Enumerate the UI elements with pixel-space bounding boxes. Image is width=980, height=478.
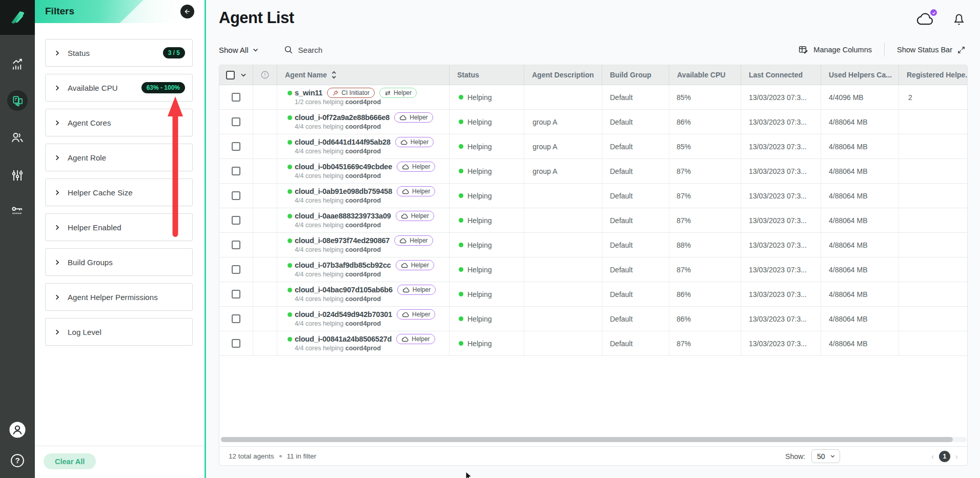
- table-row[interactable]: cloud_i-0d6441d144f95ab28Helper4/4 cores…: [219, 134, 967, 159]
- last-connected-cell: 13/03/2023 07:3...: [741, 184, 821, 208]
- used-helpers-cell-value: 4/4096 MB: [829, 93, 864, 102]
- prev-page-button[interactable]: ‹: [931, 452, 934, 460]
- column-header-agent-description[interactable]: Agent Description: [524, 65, 602, 85]
- column-header-build-group[interactable]: Build Group: [602, 65, 669, 85]
- horizontal-scrollbar[interactable]: [221, 437, 967, 442]
- sidebar-item-api-keys[interactable]: [10, 204, 25, 218]
- filter-item-build-groups[interactable]: Build Groups: [45, 248, 193, 276]
- table-row[interactable]: cloud_i-0ab91e098db759458Helper4/4 cores…: [219, 184, 967, 208]
- row-checkbox[interactable]: [232, 339, 240, 348]
- helper-badge: Helper: [396, 334, 435, 344]
- column-header-used-helpers-ca[interactable]: Used Helpers Ca...: [821, 65, 899, 85]
- select-menu-chevron[interactable]: [240, 71, 247, 78]
- last-connected-cell-value: 13/03/2023 07:3...: [749, 216, 807, 225]
- table-row[interactable]: cloud_i-0aae8883239733a09Helper4/4 cores…: [219, 208, 967, 233]
- last-connected-cell: 13/03/2023 07:3...: [741, 282, 821, 306]
- used-helpers-cell-value: 4/88064 MB: [829, 167, 868, 175]
- table-row[interactable]: cloud_i-024d549d942b70301Helper4/4 cores…: [219, 307, 967, 331]
- helper-badge: Helper: [394, 235, 433, 246]
- agent-name-line: cloud_i-0aae8883239733a09Helper: [288, 211, 434, 221]
- chevron-right-icon: [54, 154, 60, 161]
- agent-online-dot: [288, 165, 292, 169]
- manage-columns-button[interactable]: Manage Columns: [798, 45, 872, 55]
- table-row[interactable]: cloud_i-08e973f74ed290867Helper4/4 cores…: [219, 233, 967, 257]
- filter-item-agent-role[interactable]: Agent Role: [45, 144, 193, 171]
- filter-item-helper-cache-size[interactable]: Helper Cache Size: [45, 178, 193, 206]
- column-header-agent-name[interactable]: Agent Name: [277, 65, 450, 85]
- clear-all-button[interactable]: Clear All: [44, 453, 96, 469]
- last-connected-cell-value: 13/03/2023 07:3...: [749, 340, 807, 348]
- left-icon-rail: ?: [0, 0, 35, 478]
- agent-info: s_win11CI InitiatorHelper1/2 cores helpi…: [277, 88, 417, 107]
- cloud-status-button[interactable]: [915, 12, 935, 28]
- agent-list-app: ? Filters Status3 / 5Available CPU63% - …: [0, 0, 980, 478]
- column-header-last-connected[interactable]: Last Connected: [741, 65, 821, 85]
- collapse-filters-button[interactable]: [180, 5, 194, 18]
- page-size-select[interactable]: 50: [811, 449, 840, 463]
- app-logo[interactable]: [0, 0, 35, 35]
- sidebar-item-users[interactable]: [10, 130, 25, 145]
- row-checkbox[interactable]: [232, 167, 240, 175]
- filter-item-log-level[interactable]: Log Level: [45, 318, 193, 346]
- user-avatar[interactable]: [9, 421, 26, 439]
- available-cpu-cell: 86%: [669, 307, 741, 331]
- current-page-badge[interactable]: 1: [939, 451, 950, 462]
- row-checkbox[interactable]: [232, 117, 240, 126]
- row-checkbox[interactable]: [232, 290, 240, 298]
- helper-badge: Helper: [379, 88, 417, 98]
- description-cell: [524, 208, 602, 232]
- row-checkbox[interactable]: [232, 265, 240, 274]
- next-page-button[interactable]: ›: [955, 452, 958, 460]
- column-header-available-cpu[interactable]: Available CPU: [669, 65, 741, 85]
- sort-icon[interactable]: [331, 71, 337, 79]
- row-checkbox[interactable]: [232, 93, 240, 102]
- filter-item-helper-enabled[interactable]: Helper Enabled: [45, 213, 193, 241]
- show-all-dropdown[interactable]: Show All: [219, 46, 259, 54]
- registered-helpers-cell: [899, 331, 967, 355]
- row-checkbox[interactable]: [232, 241, 240, 249]
- header-select-cell: [219, 65, 253, 85]
- agent-name-cell: cloud_i-0f72a9a2e88b666e8Helper4/4 cores…: [277, 110, 450, 134]
- table-row[interactable]: cloud_i-0f72a9a2e88b666e8Helper4/4 cores…: [219, 110, 967, 134]
- table-row[interactable]: cloud_i-07b3af9db85cb92ccHelper4/4 cores…: [219, 257, 967, 282]
- table-row[interactable]: cloud_i-04bac907d105ab6b6Helper4/4 cores…: [219, 282, 967, 307]
- sidebar-item-agents[interactable]: [7, 90, 28, 111]
- cloud-icon: [400, 140, 408, 145]
- select-all-checkbox[interactable]: [226, 71, 235, 79]
- search-input[interactable]: Search: [283, 45, 323, 55]
- row-select-cell: [219, 159, 253, 183]
- table-row[interactable]: cloud_i-00841a24b8506527dHelper4/4 cores…: [219, 331, 967, 356]
- agent-info: cloud_i-024d549d942b70301Helper4/4 cores…: [277, 309, 435, 328]
- cloud-icon: [402, 189, 410, 194]
- description-cell: [524, 331, 602, 355]
- filter-item-available-cpu[interactable]: Available CPU63% - 100%: [45, 74, 193, 102]
- column-header-status[interactable]: Status: [450, 65, 524, 85]
- available-cpu-cell-value: 88%: [677, 241, 691, 249]
- notifications-button[interactable]: [952, 11, 966, 29]
- topbar-icons: [915, 11, 966, 29]
- row-checkbox[interactable]: [232, 142, 240, 151]
- header-alert-cell: [253, 65, 277, 85]
- help-button[interactable]: ?: [10, 453, 25, 468]
- scrollbar-thumb[interactable]: [221, 437, 953, 442]
- build-group-cell-value: Default: [610, 241, 632, 249]
- filter-item-status[interactable]: Status3 / 5: [45, 39, 193, 67]
- show-status-bar-button[interactable]: Show Status Bar: [897, 46, 966, 54]
- agent-info: cloud_i-00841a24b8506527dHelper4/4 cores…: [277, 334, 435, 353]
- agent-name-cell: cloud_i-024d549d942b70301Helper4/4 cores…: [277, 307, 450, 331]
- sidebar-item-settings[interactable]: [10, 168, 25, 183]
- chevron-down-icon: [240, 71, 247, 78]
- table-row[interactable]: cloud_i-0b0451669c49cbdeeHelper4/4 cores…: [219, 159, 967, 184]
- cores-helping-text: 4/4 cores helping: [295, 246, 345, 253]
- filter-item-agent-helper-permissions[interactable]: Agent Helper Permissions: [45, 283, 193, 311]
- agent-name-cell: cloud_i-00841a24b8506527dHelper4/4 cores…: [277, 331, 450, 355]
- filter-item-agent-cores[interactable]: Agent Cores: [45, 109, 193, 136]
- row-checkbox[interactable]: [232, 314, 240, 323]
- column-header-registered-helpe[interactable]: Registered Helpe...: [899, 65, 967, 85]
- row-checkbox[interactable]: [232, 191, 240, 200]
- table-row[interactable]: s_win11CI InitiatorHelper1/2 cores helpi…: [219, 85, 967, 110]
- alert-icon: [260, 70, 270, 79]
- cloud-icon: [401, 263, 409, 268]
- row-checkbox[interactable]: [232, 216, 240, 225]
- sidebar-item-analytics[interactable]: [11, 58, 25, 72]
